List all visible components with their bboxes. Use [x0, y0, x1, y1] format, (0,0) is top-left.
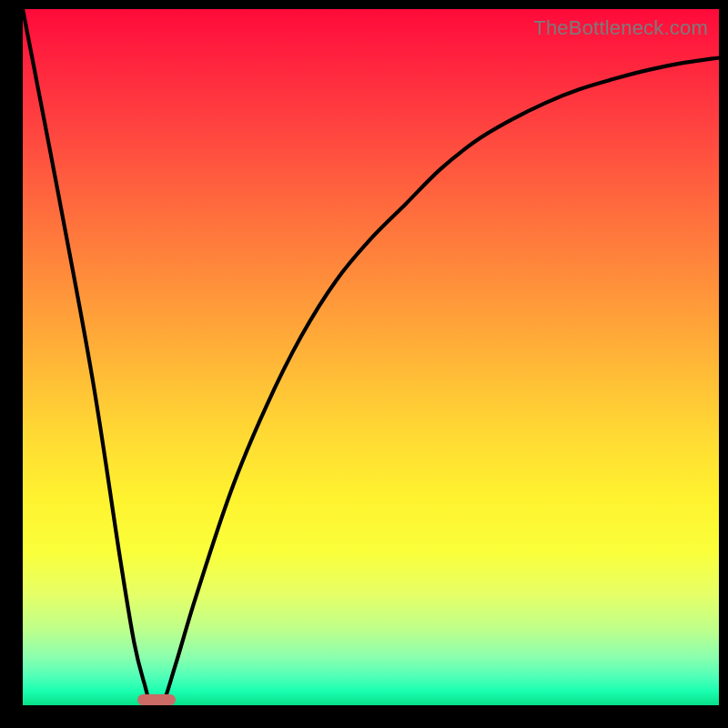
curve-path	[23, 9, 719, 710]
optimal-marker	[137, 694, 176, 705]
bottleneck-curve	[23, 9, 719, 705]
plot-area: TheBottleneck.com	[23, 9, 719, 705]
chart-frame: TheBottleneck.com	[0, 0, 728, 728]
